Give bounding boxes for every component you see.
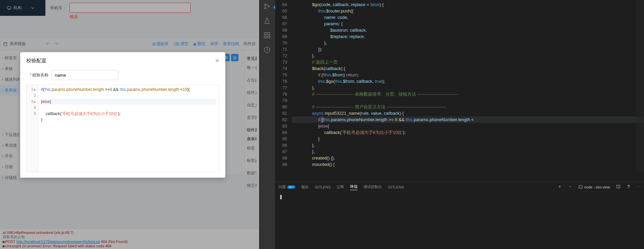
close-icon[interactable]: ✕ bbox=[215, 58, 219, 64]
activity-bar: 27 bbox=[259, 0, 275, 249]
code-line[interactable] bbox=[292, 97, 644, 104]
code-editor[interactable]: 1▸2 3▸4 5 if(this.params.phoneNumber.len… bbox=[26, 85, 219, 172]
svg-rect-7 bbox=[264, 33, 266, 35]
code-line[interactable]: this.$go(this.$from, callback, true); bbox=[292, 78, 644, 84]
code-line[interactable]: $replace: replace, bbox=[292, 33, 644, 40]
code-line[interactable]: name: code, bbox=[292, 14, 644, 21]
extensions-icon[interactable] bbox=[263, 32, 271, 40]
svg-rect-10 bbox=[268, 36, 270, 38]
svg-rect-8 bbox=[268, 33, 270, 35]
panel-tabs: 问题1K+ 输出 GITLENS 注释 终端 调试控制台 GITLENS nod… bbox=[275, 182, 644, 192]
line-gutter: 6465666768697071727374757677787980818283… bbox=[275, 0, 292, 182]
code-line[interactable]: }, bbox=[292, 148, 644, 155]
chevron-down-icon[interactable] bbox=[568, 184, 572, 189]
svg-rect-12 bbox=[579, 185, 582, 188]
code-line[interactable]: $go(code, callback, replace = false) { bbox=[292, 1, 644, 8]
history-icon[interactable] bbox=[263, 46, 271, 55]
tab-output[interactable]: 输出 bbox=[301, 184, 309, 189]
cursor: ❚ bbox=[279, 194, 283, 199]
code-line[interactable]: mounted() { bbox=[292, 161, 644, 168]
terminal-selector[interactable]: node - sso-view bbox=[578, 185, 610, 189]
tab-gitlens[interactable]: GITLENS bbox=[315, 185, 331, 189]
code-line[interactable]: }, bbox=[292, 84, 644, 91]
trash-icon[interactable] bbox=[627, 184, 631, 189]
code-line[interactable]: $autorun: callback, bbox=[292, 27, 644, 33]
code-line[interactable]: // 返回上一页 bbox=[292, 59, 644, 65]
terminal-body[interactable]: ❚ bbox=[275, 192, 644, 249]
code-line[interactable]: }, bbox=[292, 52, 644, 59]
code-line[interactable]: }else{ bbox=[292, 123, 644, 129]
code-line[interactable]: if (this.params.phoneNumber.length >= 8 … bbox=[292, 116, 644, 123]
terminal-icon bbox=[578, 185, 583, 189]
vscode-editor: 27 6465666768697071727374757677787980818… bbox=[259, 0, 644, 249]
tab-gitlens2[interactable]: GITLENS bbox=[388, 185, 404, 189]
code-line[interactable]: params: { bbox=[292, 21, 644, 27]
code-line[interactable]: } bbox=[292, 136, 644, 142]
code-line[interactable]: }, bbox=[292, 40, 644, 46]
editor-group: 6465666768697071727374757677787980818283… bbox=[275, 0, 644, 249]
code-line[interactable]: $back(callback) { bbox=[292, 65, 644, 72]
svg-rect-9 bbox=[264, 36, 266, 38]
more-icon[interactable]: ⋯ bbox=[637, 185, 641, 189]
tab-debug[interactable]: 调试控制台 bbox=[364, 184, 382, 189]
modal-title: 校验配置 bbox=[26, 58, 46, 64]
minimap[interactable] bbox=[636, 0, 644, 172]
validation-name-input[interactable] bbox=[51, 70, 118, 80]
name-label: *校验名称 bbox=[26, 72, 51, 78]
code-line[interactable]: async input53221_name(rule, value, callb… bbox=[292, 110, 644, 116]
gutter: 1▸2 3▸4 5 bbox=[27, 85, 38, 172]
svg-point-5 bbox=[265, 8, 266, 9]
source-control-icon[interactable]: 27 bbox=[263, 3, 271, 11]
flask-icon[interactable] bbox=[263, 17, 271, 26]
code-line[interactable]: this.$router.push({ bbox=[292, 8, 644, 14]
bottom-panel: 问题1K+ 输出 GITLENS 注释 终端 调试控制台 GITLENS nod… bbox=[275, 182, 644, 249]
code-line[interactable]: if (!this.$from) return; bbox=[292, 72, 644, 78]
code-line[interactable]: created() {}, bbox=[292, 155, 644, 161]
browser-app: 机构 手机号： 错误 表单模板 ↶ ↷ ⊞图标库 ⌫清空 ◉预览 保存 查看结构… bbox=[0, 0, 259, 249]
code-line[interactable]: }); bbox=[292, 46, 644, 52]
svg-point-4 bbox=[265, 4, 266, 5]
new-terminal-icon[interactable] bbox=[558, 184, 562, 189]
tab-problems[interactable]: 问题1K+ bbox=[278, 184, 295, 189]
code-line[interactable]: }, bbox=[292, 142, 644, 148]
tab-terminal[interactable]: 终端 bbox=[350, 184, 357, 190]
problems-badge: 1K+ bbox=[287, 185, 295, 189]
validation-modal: 校验配置 ✕ *校验名称 1▸2 3▸4 5 if(this.params.ph… bbox=[20, 52, 225, 178]
code-area[interactable]: 6465666768697071727374757677787980818283… bbox=[275, 0, 644, 182]
code-line[interactable]: callback('手机号必须大于8为位小于10位'); bbox=[292, 129, 644, 136]
tab-comments[interactable]: 注释 bbox=[337, 184, 344, 189]
code-body[interactable]: if(this.params.phoneNumber.length >=8 &&… bbox=[38, 85, 219, 172]
code-line[interactable]: // -------------------------- 用户自定义方法 --… bbox=[292, 104, 644, 110]
split-icon[interactable] bbox=[616, 184, 620, 189]
code-line[interactable]: // -------------------------- 表格数据请求、分页、… bbox=[292, 91, 644, 97]
code-body[interactable]: $go(code, callback, replace = false) {th… bbox=[292, 0, 644, 182]
